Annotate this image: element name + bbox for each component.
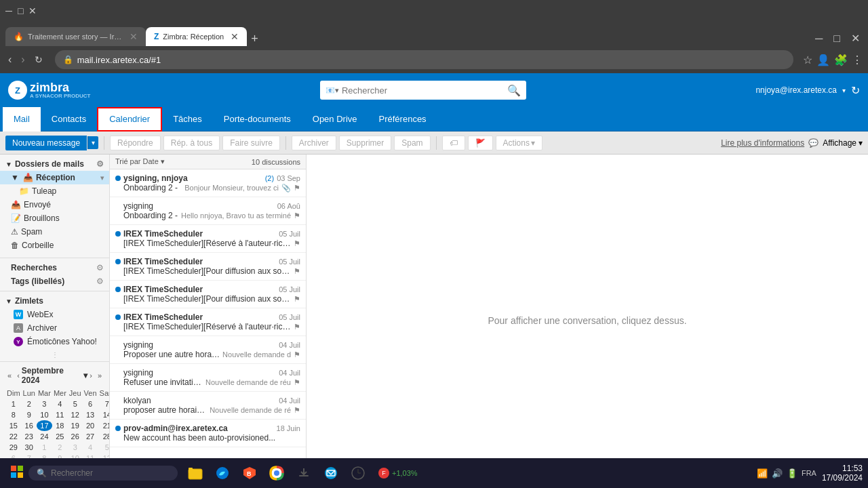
browser-close[interactable]: ✕ [848,30,863,46]
calendar-day-1-2[interactable]: 10 [37,409,52,420]
calendar-day-2-1[interactable]: 16 [22,420,37,431]
calendar-day-4-3[interactable]: 2 [52,442,68,453]
calendar-day-1-0[interactable]: 8 [5,409,22,420]
calendar-day-2-0[interactable]: 15 [5,420,22,431]
bookmark-icon[interactable]: ☆ [803,54,812,66]
supprimer-button[interactable]: Supprimer [339,136,391,150]
calendar-day-4-4[interactable]: 3 [68,442,83,453]
calendar-day-4-1[interactable]: 30 [22,442,37,453]
profile-icon[interactable]: 👤 [816,54,830,66]
sidebar-resize-handle[interactable]: ⋮ [0,348,109,361]
tab-calendrier[interactable]: Calendrier [97,107,162,131]
folder-tuleap[interactable]: 📁 Tuleap [0,184,109,198]
user-email[interactable]: nnjoya@irex.aretex.ca [755,85,837,95]
tags-settings-icon[interactable]: ⚙ [96,277,104,286]
email-item[interactable]: ysigning04 JuilRefuser une invitation - … [110,364,306,392]
email-item[interactable]: ysigning, nnjoya(2)03 SepOnboarding 2 - … [110,169,306,197]
email-item[interactable]: kkolyan04 Juilproposer autre horaire - N… [110,392,306,420]
calendar-day-2-2[interactable]: 17 [37,420,52,431]
search-button[interactable]: 🔍 [507,84,521,97]
calendar-day-4-5[interactable]: 4 [83,442,98,453]
settings-icon[interactable]: ⋮ [852,54,863,66]
calendar-day-3-1[interactable]: 23 [22,431,37,442]
calendar-next-next-button[interactable]: » [96,371,104,380]
calendar-day-0-0[interactable]: 1 [5,399,22,409]
zimlet-webex[interactable]: W WebEx [0,308,109,321]
zimlets-header[interactable]: ▼ Zimlets [0,294,109,308]
tag-button[interactable]: 🏷 [442,136,465,150]
calendar-day-3-0[interactable]: 22 [5,431,22,442]
refresh-icon[interactable]: ↻ [851,84,860,97]
sort-label[interactable]: Trié par Date ▾ [115,157,252,166]
tab-zimbra[interactable]: Z Zimbra: Réception ✕ [146,27,247,46]
email-item[interactable]: IREX TimeScheduler05 Juil[IREX TimeSched… [110,253,306,281]
folder-brouillons[interactable]: 📝 Brouillons [0,211,109,225]
taskbar-brave-app[interactable]: B [237,461,262,485]
window-minimize[interactable]: ─ [5,5,12,16]
tab-zimbra-close[interactable]: ✕ [231,31,239,42]
calendar-day-2-6[interactable]: 21 [98,420,110,431]
taskbar-mail-app[interactable] [319,461,343,485]
extensions-icon[interactable]: 🧩 [834,54,848,66]
calendar-day-0-4[interactable]: 5 [68,399,83,409]
email-item[interactable]: ysigning06 AoûOnboarding 2 - Hello nnjoy… [110,197,306,225]
calendar-day-0-6[interactable]: 7 [98,399,110,409]
calendar-next-button[interactable]: › [87,371,94,380]
calendar-month-label[interactable]: Septembre 2024 ▾ [22,366,87,385]
recherches-item[interactable]: Recherches ⚙ [0,261,109,274]
dossiers-header[interactable]: ▼ Dossiers de mails ⚙ [0,157,109,171]
recherches-settings-icon[interactable]: ⚙ [96,263,104,272]
email-item[interactable]: IREX TimeScheduler05 Juil[IREX TimeSched… [110,308,306,336]
user-dropdown-icon[interactable]: ▾ [842,87,846,94]
lire-plus-button[interactable]: Lire plus d'informations [721,138,804,148]
archiver-button[interactable]: Archiver [292,136,336,150]
calendar-day-1-6[interactable]: 14 [98,409,110,420]
folder-corbeille[interactable]: 🗑 Corbeille [0,239,109,252]
zimlet-emojis[interactable]: Y Émoticônes Yahoo! [0,335,109,348]
window-maximize[interactable]: □ [18,5,23,16]
calendar-day-3-2[interactable]: 24 [37,431,52,442]
folder-reception[interactable]: ▼ 📥 Réception ▾ [0,171,109,184]
tab-preferences[interactable]: Préférences [368,107,437,131]
calendar-day-0-2[interactable]: 3 [37,399,52,409]
taskbar-search-input[interactable] [51,468,153,478]
tab-mail[interactable]: Mail [3,107,41,131]
repondre-button[interactable]: Répondre [110,136,161,150]
forward-button[interactable]: › [18,52,27,67]
calendar-prev-button[interactable]: ‹ [15,371,22,380]
folder-spam[interactable]: ⚠ Spam [0,225,109,239]
reload-button[interactable]: ↻ [32,53,45,66]
affichage-button[interactable]: Affichage ▾ [823,138,863,148]
rep-a-tous-button[interactable]: Rép. à tous [163,136,220,150]
calendar-day-1-1[interactable]: 9 [22,409,37,420]
email-item[interactable]: IREX TimeScheduler05 Juil[IREX TimeSched… [110,225,306,253]
spam-button[interactable]: Spam [394,136,430,150]
calendar-day-4-6[interactable]: 5 [98,442,110,453]
calendar-day-2-5[interactable]: 20 [83,420,98,431]
battery-icon[interactable]: 🔋 [787,468,797,479]
calendar-day-1-4[interactable]: 12 [68,409,83,420]
back-button[interactable]: ‹ [5,52,14,67]
calendar-day-4-2[interactable]: 1 [37,442,52,453]
calendar-day-3-6[interactable]: 28 [98,431,110,442]
taskbar-time[interactable]: 11:53 17/09/2024 [822,464,863,483]
folder-envoye[interactable]: 📤 Envoyé [0,198,109,211]
tab-porte-documents[interactable]: Porte-documents [213,107,302,131]
zimlet-archiver[interactable]: A Archiver [0,321,109,335]
tab-taches[interactable]: Tâches [162,107,213,131]
email-item[interactable]: prov-admin@irex.aretex.ca18 JuinNew acco… [110,420,306,447]
browser-minimize[interactable]: ─ [812,31,825,46]
dossiers-settings-icon[interactable]: ⚙ [96,159,104,169]
browser-restore[interactable]: □ [831,31,843,46]
tab-open-drive[interactable]: Open Drive [302,107,368,131]
tab-contacts[interactable]: Contacts [41,107,97,131]
calendar-day-0-1[interactable]: 2 [22,399,37,409]
search-input[interactable] [342,85,505,96]
email-item[interactable]: ysigning04 JuilProposer une autre horair… [110,336,306,364]
address-bar[interactable]: 🔒 mail.irex.aretex.ca/#1 [55,50,793,69]
calendar-day-3-3[interactable]: 25 [52,431,68,442]
search-dropdown-arrow[interactable]: 📧▾ [326,86,339,95]
calendar-prev-prev-button[interactable]: « [5,371,14,380]
wifi-icon[interactable]: 📶 [757,468,768,479]
taskbar-download-app[interactable] [292,461,316,485]
